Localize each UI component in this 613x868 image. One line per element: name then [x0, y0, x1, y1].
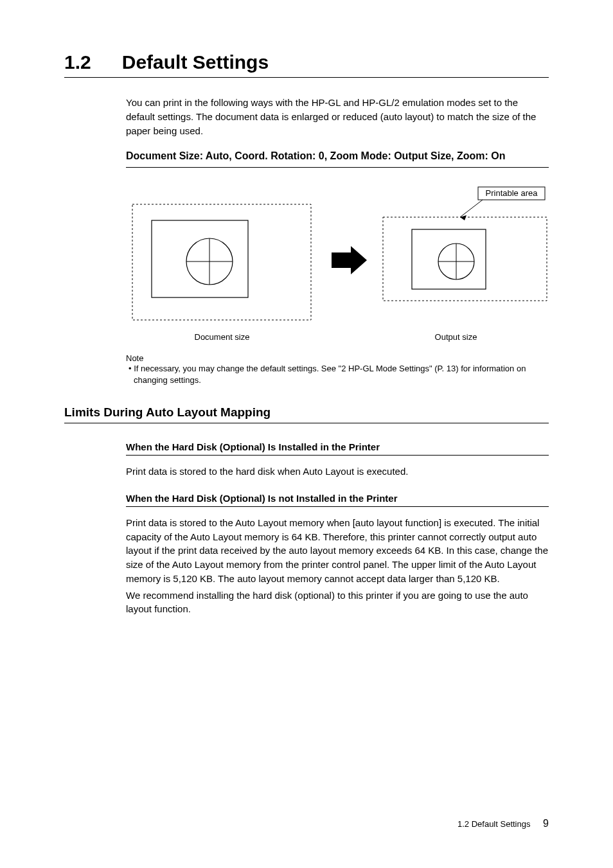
page-footer: 1.2 Default Settings 9 — [458, 818, 549, 829]
svg-marker-9 — [351, 246, 367, 274]
output-size-caption: Output size — [363, 332, 549, 342]
note-body: • If necessary, you may change the defau… — [126, 363, 549, 386]
svg-line-1 — [460, 200, 483, 217]
heading-title: Default Settings — [122, 51, 269, 73]
note-label: Note — [126, 353, 549, 363]
svg-rect-11 — [412, 229, 486, 289]
svg-rect-4 — [152, 220, 248, 297]
layout-diagram: Printable area — [126, 182, 549, 342]
page-number: 9 — [543, 818, 549, 829]
heading-1: 1.2 Default Settings — [64, 51, 549, 78]
document-size-caption: Document size — [126, 332, 318, 342]
subheading-hdd-not-installed: When the Hard Disk (Optional) Is not Ins… — [126, 493, 549, 507]
footer-section: 1.2 Default Settings — [458, 819, 530, 829]
subheading-settings: Document Size: Auto, Coord. Rotation: 0,… — [126, 149, 549, 167]
subheading-hdd-installed: When the Hard Disk (Optional) Is Install… — [126, 441, 549, 456]
printable-area-label: Printable area — [486, 188, 538, 198]
intro-paragraph: You can print in the following ways with… — [126, 96, 549, 137]
svg-rect-8 — [332, 252, 351, 268]
svg-marker-2 — [460, 215, 466, 220]
sec2-body1: Print data is stored to the Auto Layout … — [126, 516, 549, 586]
sec1-body: Print data is stored to the hard disk wh… — [126, 465, 549, 479]
sec2-body2: We recommend installing the hard disk (o… — [126, 589, 549, 617]
svg-rect-3 — [132, 204, 311, 320]
heading-2: Limits During Auto Layout Mapping — [64, 405, 549, 423]
heading-number: 1.2 — [64, 51, 91, 73]
